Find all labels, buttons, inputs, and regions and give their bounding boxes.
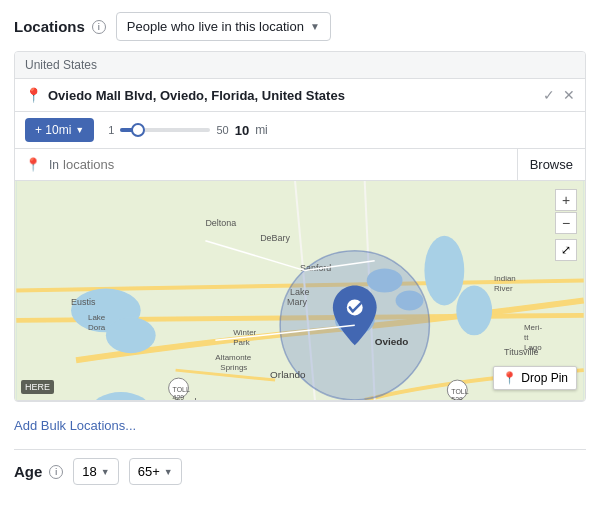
location-box: United States 📍 Oviedo Mall Blvd, Oviedo… (14, 51, 586, 402)
radius-slider-group: 1 50 10 mi (108, 123, 268, 138)
chevron-down-icon: ▼ (310, 21, 320, 32)
zoom-in-button[interactable]: + (555, 189, 577, 211)
add-bulk-locations-link[interactable]: Add Bulk Locations... (14, 410, 136, 441)
svg-text:Mary: Mary (287, 297, 307, 307)
svg-text:TOLL: TOLL (451, 388, 468, 395)
search-row: 📍 In Browse (15, 149, 585, 181)
radius-row: + 10mi ▼ 1 50 10 mi (15, 112, 585, 149)
slider-min-label: 1 (108, 124, 114, 136)
drop-pin-icon: 📍 (502, 371, 517, 385)
radius-dropdown-btn[interactable]: + 10mi ▼ (25, 118, 94, 142)
location-name-text: Oviedo Mall Blvd, Oviedo, Florida, Unite… (48, 88, 537, 103)
age-info-icon[interactable]: i (49, 465, 63, 479)
page-title: Locations (14, 18, 85, 35)
slider-max-label: 50 (216, 124, 228, 136)
expand-icon[interactable]: ✓ (543, 87, 555, 103)
slider-thumb[interactable] (131, 123, 145, 137)
location-actions: ✓ ✕ (543, 87, 575, 103)
location-pin-icon: 📍 (25, 87, 42, 103)
here-logo: HERE (21, 380, 54, 394)
radius-value-text: 10 (235, 123, 249, 138)
age-max-chevron-icon: ▼ (164, 467, 173, 477)
header-row: Locations i People who live in this loca… (14, 12, 586, 41)
search-pin-icon: 📍 (15, 149, 47, 180)
svg-text:429: 429 (173, 394, 185, 400)
page-container: Locations i People who live in this loca… (0, 0, 600, 497)
age-min-dropdown[interactable]: 18 ▼ (73, 458, 118, 485)
svg-text:Lake: Lake (290, 287, 309, 297)
svg-point-11 (456, 286, 492, 336)
svg-text:River: River (494, 284, 513, 293)
location-search-input[interactable] (59, 149, 517, 180)
svg-text:Indian: Indian (494, 274, 516, 283)
drop-pin-button[interactable]: 📍 Drop Pin (493, 366, 577, 390)
map-controls: + − ⤢ (555, 189, 577, 261)
svg-text:Dora: Dora (88, 323, 106, 332)
svg-text:Lake: Lake (101, 398, 119, 400)
search-input-prefix: In (47, 150, 59, 180)
svg-text:Springs: Springs (220, 363, 247, 372)
svg-text:Lago: Lago (524, 343, 542, 352)
svg-text:TOLL: TOLL (173, 386, 190, 393)
svg-text:Altamonte: Altamonte (215, 353, 251, 362)
svg-text:Eustis: Eustis (71, 297, 96, 307)
fullscreen-icon: ⤢ (561, 243, 571, 257)
radius-chevron-icon: ▼ (75, 125, 84, 135)
location-type-dropdown[interactable]: People who live in this location ▼ (116, 12, 331, 41)
age-max-dropdown[interactable]: 65+ ▼ (129, 458, 182, 485)
svg-point-10 (424, 236, 464, 306)
browse-button[interactable]: Browse (517, 149, 585, 180)
age-row: Age i 18 ▼ 65+ ▼ (14, 449, 586, 485)
age-min-chevron-icon: ▼ (101, 467, 110, 477)
svg-text:Park: Park (233, 338, 249, 347)
svg-text:528: 528 (451, 396, 463, 400)
svg-point-7 (106, 317, 156, 353)
svg-text:Oviedo: Oviedo (375, 336, 409, 347)
svg-text:Deltona: Deltona (205, 218, 236, 228)
age-label: Age (14, 463, 42, 480)
locations-info-icon[interactable]: i (92, 20, 106, 34)
radius-unit-text: mi (255, 123, 268, 137)
map-container: Eustis Lake Dora Lake Apopka Apopka Alta… (15, 181, 585, 401)
svg-text:DeBary: DeBary (260, 233, 290, 243)
location-item: 📍 Oviedo Mall Blvd, Oviedo, Florida, Uni… (15, 79, 585, 112)
svg-text:tt: tt (524, 333, 529, 342)
country-header: United States (15, 52, 585, 79)
fullscreen-button[interactable]: ⤢ (555, 239, 577, 261)
slider-track (120, 128, 210, 132)
svg-text:Orlando: Orlando (270, 369, 306, 380)
svg-text:Lake: Lake (88, 313, 106, 322)
radius-slider-track-container[interactable] (120, 123, 210, 137)
zoom-out-button[interactable]: − (555, 212, 577, 234)
close-icon[interactable]: ✕ (563, 87, 575, 103)
svg-text:Meri-: Meri- (524, 323, 542, 332)
